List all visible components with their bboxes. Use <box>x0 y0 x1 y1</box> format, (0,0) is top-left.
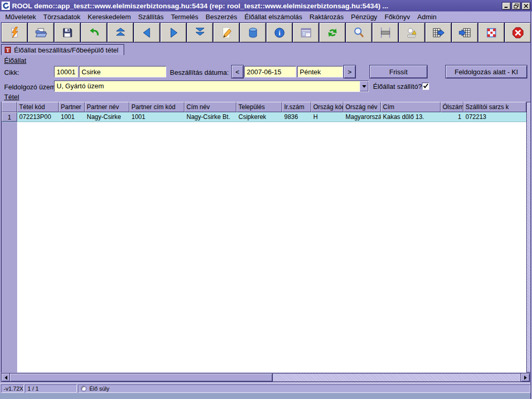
undo-button[interactable] <box>81 22 107 43</box>
version-panel: -v1.72X <box>1 384 24 393</box>
tab-livestock-delivery[interactable]: T Élőállat beszállítás/Főbeépülő tétel <box>1 44 124 55</box>
row-cell: 1 <box>441 112 463 122</box>
double-chevron-up-icon <box>114 26 127 39</box>
tab-red-t-icon: T <box>5 47 11 53</box>
info-button[interactable]: i <box>266 22 292 43</box>
column-header[interactable]: Partner cím kód <box>129 102 184 112</box>
previous-record-button[interactable] <box>134 22 160 43</box>
table-export-icon <box>432 26 445 39</box>
table-row[interactable]: 1 072213P00 1001 Nagy-Csirke 1001 Nagy-C… <box>2 112 526 122</box>
expand-grid-icon <box>485 26 498 39</box>
plant-combobox-dropdown-button[interactable] <box>360 81 368 91</box>
close-button[interactable] <box>522 2 530 10</box>
current-row-button[interactable] <box>372 22 398 43</box>
row-cell: 9836 <box>282 112 311 122</box>
application-window: ROOL demo::app_teszt::www.elelmiszerbizt… <box>0 0 532 399</box>
plant-combobox-value: U, Gyártó üzem <box>55 81 360 91</box>
open-button[interactable] <box>28 22 54 43</box>
form-view-button[interactable] <box>292 22 319 43</box>
window-bottom-edge <box>0 393 532 399</box>
column-header[interactable]: Település <box>236 102 282 112</box>
edit-button[interactable] <box>213 22 240 43</box>
cikk-code-field[interactable] <box>54 66 78 77</box>
menu-item[interactable]: Műveletek <box>2 12 39 21</box>
column-header[interactable]: Ólszám <box>441 102 463 112</box>
date-field[interactable] <box>244 66 296 77</box>
column-header[interactable]: Tétel kód <box>17 102 59 112</box>
table-body-background <box>17 122 526 373</box>
menu-item[interactable]: Főkönyv <box>381 12 414 21</box>
scale-icon <box>406 26 418 39</box>
last-record-button[interactable] <box>187 22 213 43</box>
column-header[interactable]: Partner <box>59 102 85 112</box>
first-record-button[interactable] <box>107 22 134 43</box>
scale-device-button[interactable] <box>398 22 425 43</box>
execute-button[interactable] <box>1 22 28 43</box>
menu-item[interactable]: Szállítás <box>135 12 167 21</box>
double-chevron-down-icon <box>194 26 206 39</box>
column-header[interactable]: Cím név <box>184 102 236 112</box>
row-cell: H <box>311 112 343 122</box>
table-import-icon <box>459 26 471 39</box>
form-window-icon <box>300 26 312 39</box>
column-header[interactable]: Ir.szám <box>282 102 311 112</box>
menu-item[interactable]: Termelés <box>167 12 202 21</box>
cikk-name-field[interactable] <box>79 66 166 77</box>
next-record-button[interactable] <box>160 22 187 43</box>
stop-button[interactable] <box>504 22 531 43</box>
livestock-supplier-checkbox[interactable] <box>422 83 429 90</box>
row-cell: Kakas dűlő 13. <box>381 112 441 122</box>
column-header[interactable]: Ország kód <box>311 102 343 112</box>
horizontal-scrollbar[interactable] <box>1 373 530 382</box>
restore-button[interactable] <box>512 2 521 10</box>
live-weight-panel: Élő súly <box>78 384 530 393</box>
database-button[interactable] <box>240 22 266 43</box>
column-header[interactable]: Partner név <box>85 102 129 112</box>
menu-item[interactable]: Beszerzés <box>202 12 241 21</box>
undo-arrow-icon <box>88 26 100 39</box>
horizontal-scrollbar-thumb[interactable] <box>10 374 272 381</box>
plant-label: Feldolgozó üzem: <box>4 83 58 91</box>
search-button[interactable] <box>345 22 372 43</box>
processing-toggle-button[interactable]: Feldolgozás alatt - KI <box>446 65 527 78</box>
app-logo-icon <box>2 2 10 10</box>
livestock-supplier-label: Élőállat szállító? <box>373 83 422 90</box>
toolbar: i <box>1 22 531 43</box>
database-cylinder-icon <box>247 26 259 39</box>
menu-item[interactable]: Törzsadatok <box>39 12 84 21</box>
menu-item[interactable]: Raktározás <box>306 12 348 21</box>
row-cell: 1001 <box>129 112 184 122</box>
row-cell: Magyarország <box>343 112 381 122</box>
refresh-data-button[interactable]: Frissít <box>370 65 427 78</box>
menu-item[interactable]: Kereskedelem <box>84 12 135 21</box>
column-header[interactable]: Cím <box>381 102 441 112</box>
expand-grid-button[interactable] <box>478 22 504 43</box>
column-header[interactable]: Szállítói sarzs k <box>463 102 526 112</box>
row-cell: 1001 <box>59 112 85 122</box>
horizontal-scrollbar-track[interactable] <box>272 374 521 381</box>
refresh-button[interactable] <box>319 22 345 43</box>
column-header-gutter[interactable] <box>2 102 17 112</box>
date-next-button[interactable]: > <box>344 65 355 78</box>
triangle-right-icon <box>524 376 527 380</box>
chevron-down-icon <box>362 85 366 88</box>
scroll-right-button[interactable] <box>521 374 529 381</box>
triangle-left-icon <box>5 376 7 380</box>
menu-item[interactable]: Pénzügy <box>348 12 381 21</box>
plant-combobox[interactable]: U, Gyártó üzem <box>54 81 369 92</box>
scroll-left-button[interactable] <box>2 374 10 381</box>
section-label-item: Tétel <box>4 93 19 101</box>
table-import-button[interactable] <box>451 22 478 43</box>
menu-item[interactable]: Admin <box>414 12 440 21</box>
save-button[interactable] <box>54 22 81 43</box>
date-prev-button[interactable]: < <box>232 65 243 78</box>
minimize-button[interactable] <box>502 2 511 10</box>
table-export-button[interactable] <box>425 22 451 43</box>
column-header[interactable]: Ország név <box>343 102 381 112</box>
menu-item[interactable]: Élőállat elszámolás <box>241 12 306 21</box>
live-weight-radio[interactable] <box>81 385 87 392</box>
pencil-icon <box>220 26 233 39</box>
weekday-field[interactable] <box>297 66 343 77</box>
status-bar: -v1.72X 1 / 1 Élő súly <box>0 383 532 393</box>
checkmark-icon <box>423 82 429 91</box>
